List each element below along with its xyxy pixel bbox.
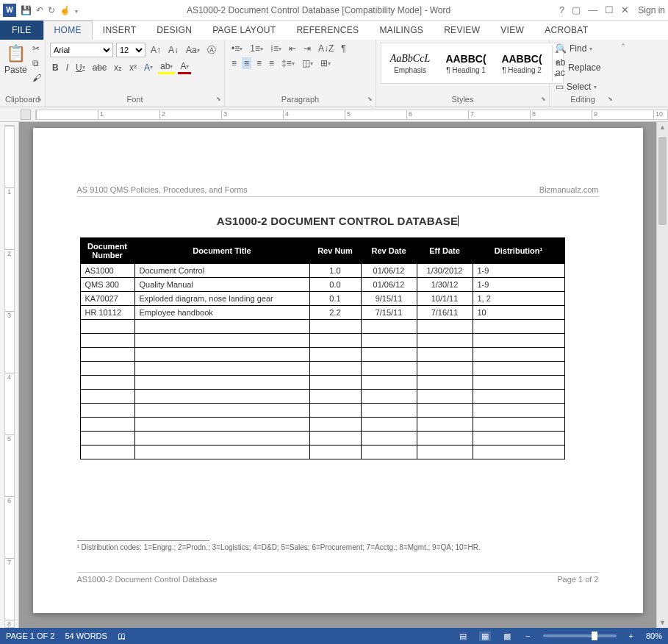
font-size-select[interactable]: 12 [116,43,146,57]
tab-file[interactable]: FILE [0,21,43,40]
horizontal-ruler[interactable]: 12345678910 [0,107,668,122]
vertical-ruler[interactable]: 12345678 [0,122,19,628]
status-words[interactable]: 54 WORDS [65,632,107,640]
table-row[interactable] [80,348,564,362]
numbering-icon[interactable]: 1≡ [248,43,265,54]
paste-button[interactable]: 📋 Paste [4,43,27,75]
table-row[interactable] [80,390,564,404]
doc-title[interactable]: AS1000-2 DOCUMENT CONTROL DATABASE [77,215,599,227]
change-case-icon[interactable]: Aa [184,44,202,56]
shading-icon[interactable]: ◫ [300,57,315,69]
group-editing-label: Editing [554,93,611,105]
group-styles-label: Styles [381,93,545,105]
touch-mode-icon[interactable]: ☝ [60,5,71,15]
copy-icon[interactable]: ⧉ [30,57,43,69]
zoom-slider[interactable] [543,634,617,637]
zoom-level[interactable]: 80% [646,632,662,640]
tab-references[interactable]: REFERENCES [286,21,369,40]
multilevel-list-icon[interactable]: ⁞≡ [268,43,284,54]
table-row[interactable] [80,334,564,348]
minimize-icon[interactable]: — [588,4,597,15]
styles-gallery[interactable]: AaBbCcL Emphasis AABBC( ¶ Heading 1 AABB… [381,43,564,84]
align-center-icon[interactable]: ≡ [242,57,251,69]
line-spacing-icon[interactable]: ‡≡ [279,57,297,69]
tab-page-layout[interactable]: PAGE LAYOUT [202,21,286,40]
document-table[interactable]: Document Number Document Title Rev Num R… [80,237,565,459]
style-heading-2[interactable]: AABBC( ¶ Heading 2 [496,45,547,82]
table-row[interactable] [80,432,564,446]
font-color-icon[interactable]: A [178,60,191,74]
clear-formatting-icon[interactable]: Ⓐ [205,43,218,57]
superscript-button[interactable]: x² [127,62,139,74]
tab-acrobat[interactable]: ACROBAT [534,21,598,40]
tab-mailings[interactable]: MAILINGS [369,21,434,40]
italic-button[interactable]: I [64,62,71,74]
borders-icon[interactable]: ⊞ [318,57,333,69]
scroll-up-icon[interactable]: ▲ [657,124,668,131]
ruler-corner[interactable] [21,110,31,120]
maximize-icon[interactable]: ☐ [605,4,614,15]
table-row[interactable] [80,376,564,390]
paste-label: Paste [4,65,27,75]
replace-button[interactable]: abacReplace [554,57,602,79]
document-page[interactable]: AS 9100 QMS Policies, Procedures, and Fo… [33,128,643,613]
undo-icon[interactable]: ↶ [36,5,43,15]
decrease-indent-icon[interactable]: ⇤ [287,43,298,54]
style-heading-1[interactable]: AABBC( ¶ Heading 1 [440,45,492,82]
read-mode-icon[interactable]: ▤ [457,632,469,641]
align-right-icon[interactable]: ≡ [254,57,264,69]
zoom-knob[interactable] [592,632,597,640]
table-row[interactable]: KA70027Exploded diagram, nose landing ge… [80,292,564,306]
highlight-icon[interactable]: ab [158,60,175,74]
sort-icon[interactable]: A↓Z [316,43,336,54]
tab-insert[interactable]: INSERT [93,21,147,40]
table-row[interactable]: HR 10112Employee handbook2.27/15/117/16/… [80,306,564,320]
select-button[interactable]: ▭Select ▾ [554,81,598,93]
status-proofing-icon[interactable]: 🕮 [118,632,126,640]
bullets-icon[interactable]: •≡ [229,43,245,54]
table-row[interactable] [80,446,564,459]
grow-font-icon[interactable]: A↑ [148,44,163,56]
scroll-down-icon[interactable]: ▼ [657,619,668,626]
tab-view[interactable]: VIEW [490,21,534,40]
text-effects-icon[interactable]: A [142,62,155,74]
bold-button[interactable]: B [50,62,61,74]
increase-indent-icon[interactable]: ⇥ [301,43,313,54]
font-family-select[interactable]: Arial [50,43,113,57]
zoom-in-icon[interactable]: + [627,632,636,640]
zoom-out-icon[interactable]: − [523,632,532,640]
tab-design[interactable]: DESIGN [146,21,202,40]
cut-icon[interactable]: ✂ [30,43,43,54]
subscript-button[interactable]: x₂ [112,62,124,74]
find-button[interactable]: 🔍Find ▾ [554,43,594,54]
close-icon[interactable]: ✕ [621,4,629,15]
vertical-scrollbar[interactable]: ▲ ▼ [656,122,668,628]
justify-icon[interactable]: ≡ [267,57,276,69]
tab-review[interactable]: REVIEW [434,21,490,40]
ribbon-display-icon[interactable]: ▢ [572,4,581,15]
table-row[interactable] [80,362,564,376]
table-row[interactable] [80,404,564,418]
style-emphasis[interactable]: AaBbCcL Emphasis [384,45,436,82]
table-row[interactable] [80,320,564,334]
save-icon[interactable]: 💾 [21,5,32,15]
collapse-ribbon-icon[interactable]: ˄ [621,43,625,53]
table-row[interactable] [80,418,564,432]
print-layout-icon[interactable]: ▦ [479,632,491,641]
scroll-thumb[interactable] [658,137,667,225]
show-marks-icon[interactable]: ¶ [339,43,348,54]
format-painter-icon[interactable]: 🖌 [30,72,43,84]
web-layout-icon[interactable]: ▩ [501,632,513,641]
redo-icon[interactable]: ↻ [48,5,55,15]
table-row[interactable]: QMS 300Quality Manual0.001/06/121/30/121… [80,278,564,292]
shrink-font-icon[interactable]: A↓ [166,44,181,56]
strikethrough-button[interactable]: abc [90,62,109,74]
document-canvas[interactable]: AS 9100 QMS Policies, Procedures, and Fo… [19,122,656,628]
underline-button[interactable]: U [73,62,87,74]
sign-in-link[interactable]: Sign in [638,5,665,15]
table-row[interactable]: AS1000Document Control1.001/06/121/30/20… [80,264,564,278]
align-left-icon[interactable]: ≡ [229,57,239,69]
help-icon[interactable]: ? [559,4,564,15]
tab-home[interactable]: HOME [43,21,93,40]
status-page[interactable]: PAGE 1 OF 2 [6,632,54,640]
